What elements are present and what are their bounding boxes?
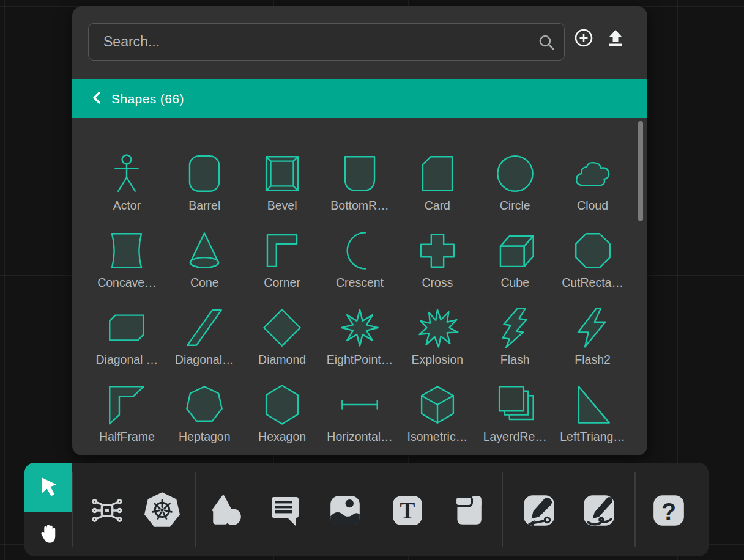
shape-tile[interactable]: Flash	[476, 304, 554, 367]
pen-connector-icon	[521, 493, 557, 530]
cross-shape-icon	[415, 227, 460, 274]
barrel-shape-icon	[182, 150, 227, 197]
half-frame-shape-icon	[104, 381, 149, 429]
shape-tile[interactable]: Diagonal…	[166, 304, 244, 367]
shape-tile[interactable]: Hexagon	[244, 381, 321, 444]
comment-tool-button[interactable]	[267, 493, 303, 529]
shape-label: Cube	[500, 274, 529, 290]
shape-label: CutRecta…	[562, 274, 623, 290]
circle-shape-icon	[493, 150, 538, 197]
shape-tile[interactable]: Horizontal…	[321, 381, 399, 444]
eight-point-star-shape-icon	[337, 304, 382, 352]
shape-tile[interactable]: Diamond	[244, 304, 321, 367]
chevron-left-icon	[91, 90, 104, 107]
shape-label: Bevel	[267, 197, 297, 213]
cone-shape-icon	[182, 227, 227, 274]
flash-shape-icon	[493, 304, 538, 352]
shapes-library-icon	[209, 493, 244, 530]
kubernetes-tool-button[interactable]	[141, 490, 184, 532]
corner-shape-icon	[259, 227, 305, 274]
shape-tile[interactable]: Cloud	[554, 150, 631, 213]
shape-label: Explosion	[412, 352, 464, 367]
shape-label: Crescent	[336, 274, 384, 290]
shape-tile[interactable]: HalfFrame	[88, 381, 166, 444]
image-tool-button[interactable]	[327, 493, 363, 529]
pan-tool-button[interactable]	[24, 512, 72, 556]
upload-shape-button[interactable]	[603, 26, 628, 51]
circuit-diagram-icon	[88, 492, 126, 531]
shape-tile[interactable]: Actor	[88, 150, 166, 213]
shape-tile[interactable]: Card	[398, 150, 476, 213]
shape-tile[interactable]: Cube	[476, 227, 554, 290]
shape-tile[interactable]: Diagonal …	[88, 304, 166, 367]
help-icon: ?	[651, 493, 686, 530]
shape-tile[interactable]: Circle	[476, 150, 554, 213]
shape-tile[interactable]: LeftTriang…	[554, 381, 631, 444]
shape-label: Diagonal…	[175, 352, 234, 367]
search-input[interactable]	[89, 24, 564, 60]
shape-tile[interactable]: Cone	[166, 227, 244, 290]
heptagon-shape-icon	[182, 381, 227, 429]
diagonal-stripe-shape-icon	[182, 304, 227, 352]
shape-tile[interactable]: Concave…	[88, 227, 166, 290]
kubernetes-icon	[141, 490, 183, 533]
comment-icon	[268, 493, 302, 529]
shape-label: LeftTriang…	[560, 429, 625, 444]
isometric-cube-shape-icon	[415, 381, 460, 429]
shapes-category-header: Shapes (66)	[72, 79, 647, 118]
sticky-note-tool-button[interactable]	[449, 493, 486, 529]
add-shape-button[interactable]	[571, 26, 596, 51]
shape-label: LayerdRe…	[483, 429, 547, 444]
shape-tile[interactable]: EightPoint…	[321, 304, 399, 367]
shape-tile[interactable]: Isometric…	[398, 381, 476, 444]
shape-label: Concave…	[97, 274, 156, 290]
shape-label: Horizontal…	[327, 429, 392, 444]
shape-label: EightPoint…	[327, 352, 393, 367]
cut-rectangle-shape-icon	[570, 227, 616, 274]
cursor-arrow-icon	[37, 476, 59, 499]
select-tool-button[interactable]	[24, 463, 72, 512]
hand-icon	[37, 523, 59, 547]
back-button[interactable]	[91, 90, 104, 107]
pen-connector-tool-button[interactable]	[521, 493, 557, 529]
panel-scrollbar-thumb[interactable]	[638, 121, 643, 221]
crescent-shape-icon	[337, 227, 382, 274]
shape-label: Diamond	[258, 352, 306, 367]
shape-tile[interactable]: CutRecta…	[554, 227, 631, 290]
circuit-diagram-tool-button[interactable]	[87, 492, 127, 531]
shape-label: Heptagon	[179, 429, 231, 444]
text-tool-button[interactable]: T	[389, 493, 426, 529]
shape-tile[interactable]: BottomR…	[321, 150, 399, 213]
add-circle-icon	[573, 28, 594, 50]
shape-tile[interactable]: Heptagon	[166, 381, 244, 444]
bottom-toolbar: T	[24, 463, 709, 556]
shape-tile[interactable]: Barrel	[166, 150, 244, 213]
shape-label: Flash2	[575, 352, 611, 367]
shape-tile[interactable]: Crescent	[321, 227, 399, 290]
svg-text:?: ?	[661, 497, 676, 524]
diagonal-rect-shape-icon	[104, 304, 149, 352]
help-button[interactable]: ?	[650, 493, 687, 529]
shape-label: Isometric…	[407, 429, 468, 444]
shape-label: Cross	[422, 274, 453, 290]
bevel-shape-icon	[259, 150, 305, 197]
text-icon: T	[390, 493, 425, 530]
shape-label: Cone	[190, 274, 219, 290]
search-icon	[537, 33, 556, 54]
shape-tile[interactable]: Cross	[398, 227, 476, 290]
toolbar-divider	[502, 472, 503, 547]
shape-label: Diagonal …	[95, 352, 158, 367]
freehand-pencil-tool-button[interactable]	[581, 493, 617, 529]
shape-label: BottomR…	[330, 197, 389, 213]
canvas[interactable]: Shapes (66) ActorBarrelBevelBottomR…Card…	[0, 0, 744, 560]
shape-tile[interactable]: LayerdRe…	[476, 381, 554, 444]
shape-tile[interactable]: Bevel	[244, 150, 321, 213]
layered-rects-shape-icon	[493, 381, 538, 429]
actor-shape-icon	[104, 150, 149, 197]
shape-tile[interactable]: Explosion	[398, 304, 476, 367]
search-box	[88, 23, 565, 61]
shape-tile[interactable]: Flash2	[554, 304, 631, 367]
shape-tile[interactable]: Corner	[244, 227, 321, 290]
shapes-library-tool-button[interactable]	[207, 492, 245, 530]
flash2-shape-icon	[570, 304, 616, 352]
